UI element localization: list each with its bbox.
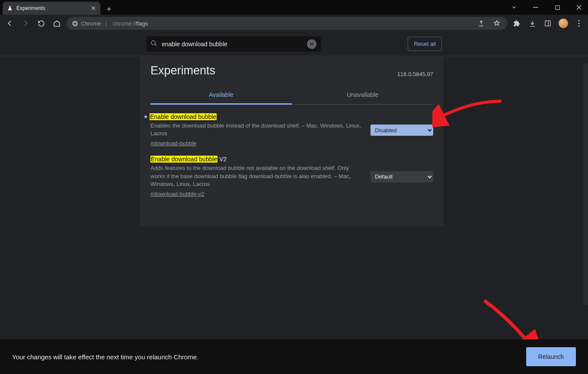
home-button[interactable] <box>51 18 62 29</box>
search-icon <box>150 40 157 48</box>
flag-description: Adds features to the download bubble not… <box>150 164 362 188</box>
svg-rect-0 <box>533 7 538 8</box>
back-button[interactable] <box>4 18 16 29</box>
svg-point-3 <box>74 22 76 25</box>
url-path: flags <box>136 20 148 27</box>
url-text: chrome://flags <box>113 20 148 27</box>
page-content: ✕ Reset all Experiments 116.0.5845.97 Av… <box>0 32 588 339</box>
page-title: Experiments <box>150 64 215 77</box>
kebab-menu-icon[interactable] <box>574 19 584 28</box>
close-tab-icon[interactable]: ✕ <box>91 5 96 12</box>
svg-point-8 <box>578 25 579 26</box>
flag-item: Enable download bubble V2 Adds features … <box>150 156 433 198</box>
flask-icon <box>7 5 13 11</box>
chrome-icon <box>72 20 78 27</box>
flag-name-rest: V2 <box>217 156 227 163</box>
relaunch-bar: Your changes will take effect the next t… <box>0 339 588 374</box>
site-chip: Chrome | <box>72 20 109 27</box>
window-controls <box>508 0 585 15</box>
experiments-card: Experiments 116.0.5845.97 Available Unav… <box>140 56 444 227</box>
flag-name: Enable download bubble V2 <box>150 156 362 163</box>
bookmark-icon[interactable] <box>491 18 502 29</box>
scrollbar[interactable] <box>583 64 588 305</box>
address-bar[interactable]: Chrome | chrome://flags <box>67 17 508 30</box>
highlighted-text: Enable download bubble <box>150 156 217 163</box>
svg-rect-4 <box>545 21 550 26</box>
chrome-version: 116.0.5845.97 <box>397 71 433 77</box>
search-input[interactable] <box>162 41 303 48</box>
close-window-icon[interactable] <box>572 1 585 14</box>
highlighted-text: Enable download bubble <box>150 113 217 120</box>
new-tab-button[interactable]: ＋ <box>103 3 115 15</box>
tab-title: Experiments <box>16 5 87 11</box>
separator: | <box>105 20 106 27</box>
url-scheme: chrome:// <box>113 20 136 27</box>
svg-point-7 <box>578 22 579 24</box>
sidepanel-icon[interactable] <box>543 19 553 28</box>
toolbar-actions <box>512 19 584 28</box>
svg-point-9 <box>151 41 155 45</box>
downloads-icon[interactable] <box>527 19 537 28</box>
toolbar: Chrome | chrome://flags <box>0 15 588 32</box>
relaunch-button[interactable]: Relaunch <box>526 347 576 366</box>
site-label: Chrome <box>81 20 101 27</box>
tab-bar: Experiments ✕ ＋ <box>0 0 588 15</box>
maximize-icon[interactable] <box>551 1 564 14</box>
flag-anchor-link[interactable]: #download-bubble <box>150 140 196 147</box>
flag-tabs: Available Unavailable <box>150 86 433 105</box>
reload-button[interactable] <box>35 18 47 29</box>
minimize-icon[interactable] <box>529 1 542 14</box>
browser-tab-active[interactable]: Experiments ✕ <box>3 2 100 15</box>
tab-available[interactable]: Available <box>150 86 292 105</box>
flag-state-select[interactable]: Default <box>371 171 433 182</box>
flag-state-select[interactable]: Disabled <box>371 125 433 136</box>
flag-search[interactable]: ✕ <box>146 36 321 52</box>
svg-point-6 <box>578 20 579 21</box>
flag-description: Enables the download bubble instead of t… <box>150 122 362 137</box>
share-icon[interactable] <box>476 18 487 29</box>
clear-search-icon[interactable]: ✕ <box>307 39 316 49</box>
forward-button[interactable] <box>20 18 31 29</box>
flag-item: Enable download bubble Enables the downl… <box>150 113 433 147</box>
relaunch-message: Your changes will take effect the next t… <box>12 353 526 361</box>
reset-all-button[interactable]: Reset all <box>408 37 442 51</box>
profile-avatar[interactable] <box>559 19 568 28</box>
extensions-icon[interactable] <box>512 19 521 28</box>
svg-rect-1 <box>555 5 559 9</box>
flag-name: Enable download bubble <box>150 113 362 120</box>
flags-header: ✕ Reset all <box>0 32 588 56</box>
flag-anchor-link[interactable]: #download-bubble-v2 <box>150 191 204 197</box>
chevron-down-icon[interactable] <box>508 1 521 14</box>
tab-unavailable[interactable]: Unavailable <box>292 86 433 104</box>
